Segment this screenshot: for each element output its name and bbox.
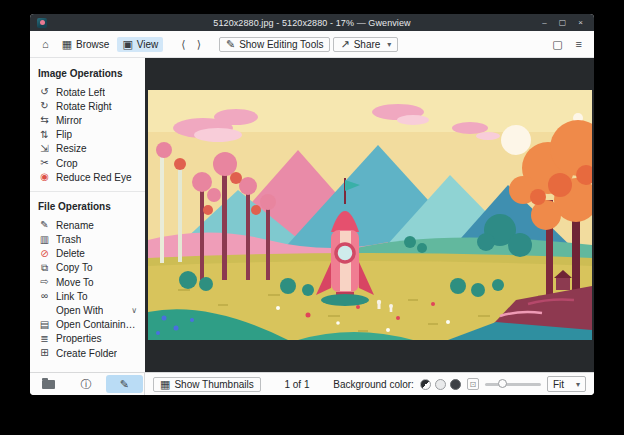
rename-icon: ✎ [38, 220, 51, 230]
properties-icon: ≣ [38, 334, 51, 344]
crop-icon: ✂ [38, 158, 51, 168]
sidebar-divider [30, 191, 145, 192]
sidebar-item-delete[interactable]: ⊘ Delete [30, 247, 145, 261]
titlebar[interactable]: 5120x2880.jpg - 5120x2880 - 17% — Gwenvi… [30, 14, 594, 31]
image-viewer[interactable] [145, 58, 594, 372]
share-icon: ↗ [340, 39, 349, 50]
info-icon: ⓘ [80, 377, 91, 392]
image-count: 1 of 1 [267, 379, 328, 390]
bg-auto-swatch[interactable] [420, 379, 431, 390]
folder-open-icon: ▤ [38, 320, 51, 330]
home-icon: ⌂ [42, 39, 49, 50]
tab-operations[interactable]: ✎ [106, 375, 143, 393]
forward-button[interactable]: ⟩ [193, 36, 205, 53]
viewed-image [148, 90, 592, 340]
file-operations-title: File Operations [30, 196, 145, 218]
sidebar-item-open-containing-folder[interactable]: ▤ Open Containing Folder [30, 318, 145, 332]
bottom-bar: ⓘ ✎ ▦ Show Thumbnails 1 of 1 Background … [30, 372, 594, 395]
rotate-right-icon: ↻ [38, 101, 51, 111]
maximize-icon[interactable]: ▢ [558, 19, 567, 27]
thumbnails-icon: ▦ [160, 379, 170, 390]
show-editing-tools-button[interactable]: ✎ Show Editing Tools [219, 37, 331, 52]
sidebar-item-open-with[interactable]: Open With ∨ [30, 303, 145, 317]
chevron-down-icon: ▾ [387, 40, 391, 49]
background-color-swatches [420, 379, 461, 390]
sidebar-item-move-to[interactable]: ⇨ Move To [30, 275, 145, 289]
zoom-slider[interactable] [485, 378, 541, 390]
view-label: View [137, 39, 159, 50]
zoom-lock-checkbox[interactable]: ⊡ [467, 378, 479, 390]
sidebar-item-link-to[interactable]: ∞ Link To [30, 289, 145, 303]
hamburger-icon: ≡ [576, 39, 582, 50]
zoom-slider-handle[interactable] [498, 379, 507, 388]
browse-label: Browse [76, 39, 109, 50]
folder-icon [42, 380, 55, 389]
sidebar-tabbar: ⓘ ✎ [30, 373, 145, 395]
zoom-mode-value: Fit [553, 379, 564, 390]
window-title: 5120x2880.jpg - 5120x2880 - 17% — Gwenvi… [30, 18, 594, 28]
share-label: Share [354, 39, 381, 50]
chevron-down-icon: ▾ [576, 380, 580, 389]
view-button[interactable]: ▣ View [117, 37, 163, 52]
view-icon: ▣ [122, 39, 132, 50]
back-button[interactable]: ⟨ [177, 36, 189, 53]
browse-icon: ▦ [62, 39, 72, 50]
zoom-mode-select[interactable]: Fit ▾ [547, 376, 586, 392]
forward-icon: ⟩ [197, 38, 201, 50]
image-operations-title: Image Operations [30, 63, 145, 85]
sidebar-item-trash[interactable]: ▥ Trash [30, 233, 145, 247]
copy-icon: ⧉ [38, 263, 51, 273]
close-icon[interactable]: × [576, 19, 585, 27]
move-icon: ⇨ [38, 277, 51, 287]
tab-folders[interactable] [30, 373, 67, 395]
bg-light-swatch[interactable] [435, 379, 446, 390]
sidebar-item-reduce-red-eye[interactable]: ◉ Reduce Red Eye [30, 170, 145, 184]
gwenview-app-icon [37, 18, 47, 28]
minimize-icon[interactable]: – [540, 19, 549, 27]
toolbar: ⌂ ▦ Browse ▣ View ⟨ ⟩ ✎ Show Editing Too… [30, 31, 594, 58]
flip-icon: ⇅ [38, 130, 51, 140]
back-icon: ⟨ [181, 38, 185, 50]
show-thumbnails-label: Show Thumbnails [174, 379, 253, 390]
background-color-label: Background color: [333, 379, 414, 390]
bg-dark-swatch[interactable] [450, 379, 461, 390]
statusbar: ▦ Show Thumbnails 1 of 1 Background colo… [145, 373, 594, 395]
gwenview-window: 5120x2880.jpg - 5120x2880 - 17% — Gwenvi… [30, 14, 594, 395]
home-button[interactable]: ⌂ [37, 37, 54, 52]
chevron-down-icon: ∨ [131, 306, 137, 315]
trash-icon: ▥ [38, 235, 51, 245]
sidebar-item-resize[interactable]: ⇲ Resize [30, 142, 145, 156]
new-folder-icon: ⊞ [38, 348, 51, 358]
zoom-box-icon: ⊡ [470, 380, 477, 389]
resize-icon: ⇲ [38, 144, 51, 154]
sidebar-item-rename[interactable]: ✎ Rename [30, 218, 145, 232]
link-icon: ∞ [38, 291, 51, 301]
tab-information[interactable]: ⓘ [67, 373, 104, 395]
fit-view-button[interactable]: ▢ [547, 37, 567, 52]
browse-button[interactable]: ▦ Browse [57, 37, 115, 52]
show-thumbnails-button[interactable]: ▦ Show Thumbnails [153, 377, 261, 392]
rotate-left-icon: ↺ [38, 87, 51, 97]
sidebar-operations-panel: Image Operations ↺ Rotate Left ↻ Rotate … [30, 58, 145, 372]
show-editing-tools-label: Show Editing Tools [239, 39, 323, 50]
sidebar-item-rotate-right[interactable]: ↻ Rotate Right [30, 99, 145, 113]
red-eye-icon: ◉ [38, 172, 51, 182]
share-button[interactable]: ↗ Share ▾ [333, 37, 398, 52]
delete-icon: ⊘ [38, 249, 51, 259]
sidebar-item-crop[interactable]: ✂ Crop [30, 156, 145, 170]
pencil-icon: ✎ [226, 39, 235, 50]
pencil-icon: ✎ [120, 378, 129, 391]
fit-frame-icon: ▢ [552, 39, 562, 50]
hamburger-menu-button[interactable]: ≡ [571, 37, 587, 52]
mirror-icon: ⇆ [38, 115, 51, 125]
sidebar-item-properties[interactable]: ≣ Properties [30, 332, 145, 346]
zoom-slider-track[interactable] [485, 383, 541, 386]
desktop-background: 5120x2880.jpg - 5120x2880 - 17% — Gwenvi… [0, 0, 624, 435]
sidebar-item-mirror[interactable]: ⇆ Mirror [30, 113, 145, 127]
sidebar-item-copy-to[interactable]: ⧉ Copy To [30, 261, 145, 275]
sidebar-item-rotate-left[interactable]: ↺ Rotate Left [30, 85, 145, 99]
sidebar-item-create-folder[interactable]: ⊞ Create Folder [30, 346, 145, 360]
sidebar-item-flip[interactable]: ⇅ Flip [30, 128, 145, 142]
